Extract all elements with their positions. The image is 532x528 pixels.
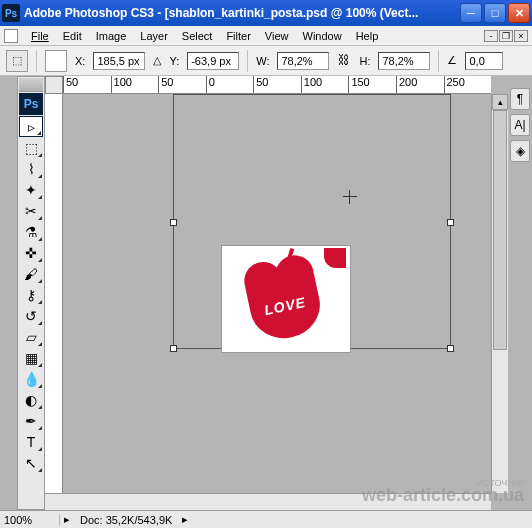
reference-point-icon[interactable] [45,50,67,72]
menu-layer[interactable]: Layer [133,28,175,44]
panel-dock: ¶ A| ◈ [508,76,532,510]
scrollbar-vertical[interactable]: ▴ [491,94,508,493]
minimize-button[interactable]: ─ [460,3,482,23]
ruler-vertical[interactable] [45,94,63,493]
ribbon-corner-graphic [324,248,346,268]
stamp-tool[interactable]: ⚷ [19,284,43,305]
menu-filter[interactable]: Filter [219,28,257,44]
h-input[interactable] [378,52,430,70]
canvas-area[interactable]: 5010050 050100 150200250 LOVE [45,76,508,510]
angle-label: ∠ [447,54,457,67]
transform-center-icon[interactable] [343,190,357,204]
pen-tool[interactable]: ✒ [19,410,43,431]
doc-size: 35,2K/543,9K [106,514,173,526]
options-bar: ⬚ X: △ Y: W: ⛓ H: ∠ [0,46,532,76]
w-input[interactable] [277,52,329,70]
y-input[interactable] [187,52,239,70]
history-brush-tool[interactable]: ↺ [19,305,43,326]
tool-preset-icon[interactable]: ⬚ [6,50,28,72]
eraser-tool[interactable]: ▱ [19,326,43,347]
crop-tool[interactable]: ✂ [19,200,43,221]
y-label: Y: [169,55,179,67]
placed-image[interactable]: LOVE [221,245,351,353]
statusbar: 100% ▸ Doc: 35,2K/543,9K ▸ [0,510,532,528]
menu-image[interactable]: Image [89,28,134,44]
zoom-arrow-icon[interactable]: ▸ [60,513,74,526]
menubar: File Edit Image Layer Select Filter View… [0,26,532,46]
window-title: Adobe Photoshop CS3 - [shablon_kartinki_… [24,6,460,20]
status-arrow-icon[interactable]: ▸ [178,513,192,526]
menu-window[interactable]: Window [296,28,349,44]
heart-graphic: LOVE [250,274,320,338]
wand-tool[interactable]: ✦ [19,179,43,200]
dodge-tool[interactable]: ◐ [19,389,43,410]
path-tool[interactable]: ↖ [19,452,43,473]
character-panel-icon[interactable]: A| [510,114,530,136]
handle-mid-right[interactable] [447,219,454,226]
lasso-tool[interactable]: ⌇ [19,158,43,179]
link-icon[interactable]: ⛓ [337,53,351,69]
doc-close-button[interactable]: × [514,30,528,42]
w-label: W: [256,55,269,67]
doc-minimize-button[interactable]: - [484,30,498,42]
menu-file[interactable]: File [24,28,56,44]
toolbox-grip[interactable] [19,78,43,92]
angle-input[interactable] [465,52,503,70]
type-tool[interactable]: T [19,431,43,452]
maximize-button[interactable]: □ [484,3,506,23]
layers-panel-icon[interactable]: ◈ [510,140,530,162]
blur-tool[interactable]: 💧 [19,368,43,389]
brush-tool[interactable]: 🖌 [19,263,43,284]
menu-edit[interactable]: Edit [56,28,89,44]
move-tool[interactable]: ▹ [19,116,43,137]
delta-icon: △ [153,54,161,67]
watermark: web-article.com.ua [362,485,524,506]
h-label: H: [359,55,370,67]
titlebar: Ps Adobe Photoshop CS3 - [shablon_kartin… [0,0,532,26]
ruler-origin[interactable] [45,76,63,94]
gradient-tool[interactable]: ▦ [19,347,43,368]
handle-mid-left[interactable] [170,219,177,226]
slice-tool[interactable]: ⚗ [19,221,43,242]
app-icon: Ps [2,4,20,22]
x-label: X: [75,55,85,67]
handle-bottom-right[interactable] [447,345,454,352]
scroll-up-icon[interactable]: ▴ [492,94,508,110]
document-icon [4,29,18,43]
menu-help[interactable]: Help [349,28,386,44]
ruler-horizontal[interactable]: 5010050 050100 150200250 [63,76,491,94]
toolbox: Ps ▹ ⬚ ⌇ ✦ ✂ ⚗ ✜ 🖌 ⚷ ↺ ▱ ▦ 💧 ◐ ✒ T ↖ [17,76,45,510]
doc-restore-button[interactable]: ❐ [499,30,513,42]
heal-tool[interactable]: ✜ [19,242,43,263]
close-button[interactable]: ✕ [508,3,530,23]
menu-view[interactable]: View [258,28,296,44]
scroll-thumb-v[interactable] [493,110,507,350]
menu-select[interactable]: Select [175,28,220,44]
doc-label: Doc: [80,514,103,526]
marquee-tool[interactable]: ⬚ [19,137,43,158]
zoom-value[interactable]: 100% [0,514,60,526]
x-input[interactable] [93,52,145,70]
paragraph-panel-icon[interactable]: ¶ [510,88,530,110]
ps-logo-icon: Ps [19,93,43,115]
handle-bottom-left[interactable] [170,345,177,352]
